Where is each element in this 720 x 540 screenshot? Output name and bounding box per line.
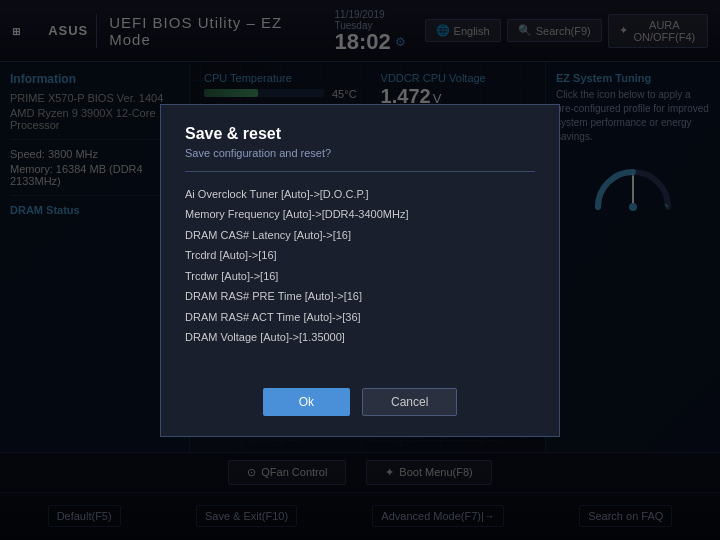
list-item: DRAM Voltage [Auto]->[1.35000]: [185, 327, 535, 348]
list-item: Memory Frequency [Auto]->[DDR4-3400MHz]: [185, 204, 535, 225]
list-item: DRAM RAS# PRE Time [Auto]->[16]: [185, 286, 535, 307]
save-reset-modal: Save & reset Save configuration and rese…: [160, 104, 560, 437]
list-item: Ai Overclock Tuner [Auto]->[D.O.C.P.]: [185, 184, 535, 205]
cancel-button[interactable]: Cancel: [362, 388, 457, 416]
list-item: Trcdrd [Auto]->[16]: [185, 245, 535, 266]
modal-overlay: Save & reset Save configuration and rese…: [0, 0, 720, 540]
modal-subtitle: Save configuration and reset?: [185, 147, 535, 159]
list-item: DRAM RAS# ACT Time [Auto]->[36]: [185, 307, 535, 328]
ok-button[interactable]: Ok: [263, 388, 350, 416]
list-item: Trcdwr [Auto]->[16]: [185, 266, 535, 287]
modal-divider: [185, 171, 535, 172]
list-item: DRAM CAS# Latency [Auto]->[16]: [185, 225, 535, 246]
modal-buttons: Ok Cancel: [185, 388, 535, 416]
modal-title: Save & reset: [185, 125, 535, 143]
modal-changes-list: Ai Overclock Tuner [Auto]->[D.O.C.P.]Mem…: [185, 184, 535, 348]
